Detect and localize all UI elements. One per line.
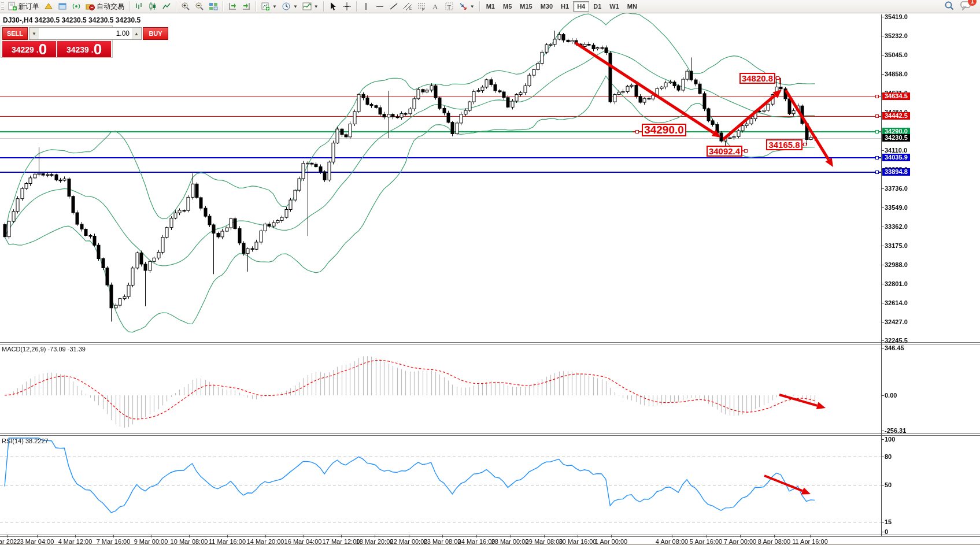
axis-tick bbox=[341, 535, 342, 537]
toolbar-grip[interactable] bbox=[1, 2, 4, 11]
signals-button[interactable] bbox=[69, 0, 83, 13]
pane-separator-macd[interactable] bbox=[0, 342, 980, 344]
periods-clock-icon bbox=[282, 2, 291, 11]
tab-timeframe-h1[interactable]: H1 bbox=[557, 1, 573, 12]
toolbar-separator bbox=[479, 1, 480, 12]
text-tool[interactable]: A bbox=[428, 0, 442, 13]
axis-tick bbox=[578, 535, 578, 537]
bar-chart-type-button[interactable] bbox=[132, 0, 146, 13]
arrows-tool[interactable]: ▼ bbox=[456, 0, 477, 13]
line-end-marker[interactable] bbox=[875, 156, 879, 160]
crosshair-tool-button[interactable] bbox=[340, 0, 354, 13]
svg-text:A: A bbox=[432, 2, 438, 11]
tab-timeframe-mn[interactable]: MN bbox=[623, 1, 641, 12]
tab-timeframe-m5[interactable]: M5 bbox=[499, 1, 516, 12]
volume-increase-button[interactable]: ▲ bbox=[132, 28, 141, 39]
annotation-box-34290[interactable]: 34290.0 bbox=[642, 124, 686, 136]
annotation-text: 34290.0 bbox=[644, 124, 684, 136]
new-chart-button[interactable]: ▼ bbox=[258, 0, 279, 13]
chart-canvas[interactable] bbox=[0, 0, 980, 545]
axis-tick bbox=[740, 535, 741, 537]
axis-tick bbox=[544, 535, 545, 537]
time-axis-label: 17 Mar 12:00 bbox=[323, 538, 360, 545]
annotation-anchor-marker[interactable] bbox=[744, 149, 748, 153]
axis-tick bbox=[881, 485, 884, 485]
time-axis-label: 7 Apr 00:00 bbox=[724, 538, 756, 545]
search-icon[interactable] bbox=[944, 1, 955, 13]
horizontal-line-tool[interactable] bbox=[373, 0, 387, 13]
tab-timeframe-m30[interactable]: M30 bbox=[537, 1, 557, 12]
buy-button[interactable]: BUY bbox=[143, 27, 168, 40]
auto-trading-button[interactable]: 自动交易 bbox=[83, 0, 127, 13]
time-axis-label: 29 Mar 08:00 bbox=[526, 538, 563, 545]
indicator-axis-label: -256.31 bbox=[885, 427, 906, 434]
line-end-marker[interactable] bbox=[875, 114, 879, 118]
toolbar-separator bbox=[323, 1, 324, 12]
axis-tick bbox=[189, 535, 190, 537]
line-end-marker[interactable] bbox=[875, 95, 879, 98]
periods-button[interactable]: ▼ bbox=[279, 0, 300, 13]
tab-timeframe-m1[interactable]: M1 bbox=[482, 1, 499, 12]
axis-tick bbox=[476, 535, 477, 537]
trendline-tool[interactable] bbox=[387, 0, 401, 13]
text-icon: A bbox=[431, 2, 440, 11]
buy-price[interactable]: 34239 .0 bbox=[57, 41, 111, 57]
equidistant-channel-tool[interactable]: E bbox=[401, 0, 415, 13]
time-axis-label: 30 Mar 16:00 bbox=[559, 538, 597, 545]
axis-tick bbox=[706, 535, 707, 537]
time-axis-label: 4 Mar 12:00 bbox=[58, 538, 93, 545]
chart-shift-button[interactable] bbox=[239, 0, 253, 13]
signals-icon bbox=[72, 2, 81, 11]
time-axis-label: 1 Apr 00:00 bbox=[595, 538, 627, 545]
axis-tick bbox=[881, 284, 884, 284]
tab-timeframe-w1[interactable]: W1 bbox=[605, 1, 623, 12]
bar-chart-icon bbox=[134, 2, 143, 11]
volume-stepper: ▼ ▲ bbox=[29, 27, 142, 40]
text-label-tool[interactable]: T bbox=[442, 0, 456, 13]
annotation-anchor-marker[interactable] bbox=[635, 130, 639, 134]
price-axis-label: 32801.0 bbox=[885, 280, 908, 287]
indicators-button[interactable]: ▼ bbox=[300, 0, 321, 13]
cursor-tool-button[interactable] bbox=[326, 0, 340, 13]
time-axis-label: 5 Apr 16:00 bbox=[690, 538, 722, 545]
indicator-axis-label: 50 bbox=[885, 481, 892, 488]
tab-timeframe-m15[interactable]: M15 bbox=[516, 1, 536, 12]
fibonacci-tool[interactable]: F bbox=[415, 0, 428, 13]
dropdown-caret-icon: ▼ bbox=[314, 4, 319, 9]
axis-tick bbox=[774, 535, 775, 537]
sell-button[interactable]: SELL bbox=[2, 27, 28, 40]
volume-input[interactable] bbox=[39, 28, 132, 39]
axis-tick bbox=[881, 532, 884, 532]
annotation-anchor-marker[interactable] bbox=[776, 76, 779, 80]
chat-button[interactable]: 1 bbox=[960, 1, 972, 12]
line-chart-type-button[interactable] bbox=[160, 0, 173, 13]
sell-price[interactable]: 34229 .0 bbox=[2, 41, 56, 57]
axis-tick bbox=[881, 431, 884, 431]
line-end-marker[interactable] bbox=[875, 170, 879, 174]
annotation-anchor-marker[interactable] bbox=[803, 143, 807, 146]
tab-timeframe-d1[interactable]: D1 bbox=[589, 1, 605, 12]
new-order-button[interactable]: 新订单 bbox=[5, 0, 42, 13]
data-window-button[interactable] bbox=[56, 0, 69, 13]
trendline-icon bbox=[389, 2, 398, 11]
zoom-out-button[interactable] bbox=[193, 0, 206, 13]
annotation-box-34092[interactable]: 34092.4 bbox=[707, 146, 742, 157]
tab-timeframe-h4[interactable]: H4 bbox=[573, 1, 589, 12]
candlestick-type-button[interactable] bbox=[146, 0, 160, 13]
axis-tick bbox=[881, 348, 884, 348]
annotation-box-34820[interactable]: 34820.8 bbox=[739, 73, 775, 84]
market-watch-button[interactable] bbox=[42, 0, 56, 13]
tile-windows-button[interactable] bbox=[206, 0, 220, 13]
volume-decrease-button[interactable]: ▼ bbox=[29, 28, 39, 39]
new-order-icon bbox=[8, 2, 17, 11]
auto-scroll-button[interactable] bbox=[225, 0, 239, 13]
annotation-box-34165[interactable]: 34165.8 bbox=[766, 139, 803, 150]
mt4-window: 新订单 自动交易 bbox=[0, 0, 980, 545]
pane-separator-rsi[interactable] bbox=[0, 433, 980, 436]
zoom-in-button[interactable] bbox=[179, 0, 193, 13]
sell-price-big: 0 bbox=[39, 42, 47, 57]
axis-tick bbox=[881, 150, 884, 151]
vertical-line-tool[interactable] bbox=[359, 0, 373, 13]
line-end-marker[interactable] bbox=[875, 130, 879, 134]
axis-tick bbox=[37, 535, 38, 537]
